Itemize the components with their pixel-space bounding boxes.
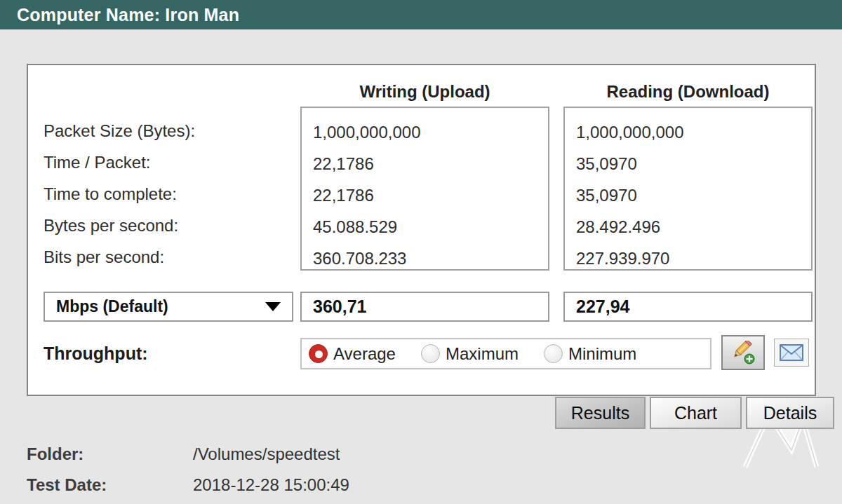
writing-packet-size: 1,000,000,000: [313, 116, 548, 148]
label-time-per-packet: Time / Packet:: [44, 147, 195, 178]
label-packet-size: Packet Size (Bytes):: [44, 115, 195, 147]
radio-average[interactable]: Average: [309, 344, 396, 364]
radio-minimum[interactable]: Minimum: [544, 344, 636, 364]
label-bytes-per-second: Bytes per second:: [44, 210, 195, 241]
folder-row: Folder: /Volumes/speedtest: [27, 444, 340, 465]
test-date-label: Test Date:: [27, 475, 193, 496]
writing-speed-value: 360,71: [300, 292, 549, 322]
reading-packet-size: 1,000,000,000: [576, 116, 811, 148]
folder-label: Folder:: [27, 444, 193, 465]
radio-maximum-label: Maximum: [446, 344, 519, 364]
tab-details[interactable]: Details: [746, 397, 834, 429]
radio-maximum[interactable]: Maximum: [421, 344, 519, 364]
unit-dropdown[interactable]: Mbps (Default): [44, 292, 293, 322]
edit-note-icon: [730, 341, 756, 365]
test-date-value: 2018-12-28 15:00:49: [193, 475, 349, 496]
reading-speed-value: 227,94: [563, 292, 813, 322]
window-titlebar: Computer Name: Iron Man: [0, 0, 842, 29]
radio-minimum-label: Minimum: [568, 344, 636, 364]
label-time-to-complete: Time to complete:: [44, 178, 195, 210]
reading-bits-per-second: 227.939.970: [576, 243, 811, 274]
results-panel: Writing (Upload) Reading (Download) Pack…: [27, 64, 816, 396]
folder-value: /Volumes/speedtest: [193, 444, 340, 465]
writing-time-per-packet: 22,1786: [313, 148, 548, 179]
radio-average-circle[interactable]: [309, 344, 328, 363]
mail-icon: [780, 344, 803, 361]
writing-bits-per-second: 360.708.233: [313, 243, 548, 274]
column-header-writing: Writing (Upload): [300, 82, 549, 102]
radio-maximum-circle[interactable]: [421, 344, 440, 363]
test-date-row: Test Date: 2018-12-28 15:00:49: [27, 475, 349, 496]
writing-bytes-per-second: 45.088.529: [313, 211, 548, 243]
mail-button[interactable]: [774, 339, 809, 367]
column-header-reading: Reading (Download): [563, 82, 813, 102]
writing-time-to-complete: 22,1786: [313, 179, 548, 211]
tab-results[interactable]: Results: [555, 397, 646, 429]
unit-dropdown-value: Mbps (Default): [56, 297, 168, 316]
chevron-down-icon: [265, 302, 281, 311]
view-tabs: Results Chart Details: [555, 397, 834, 429]
computer-name-title: Computer Name: Iron Man: [17, 5, 239, 25]
tab-chart[interactable]: Chart: [650, 397, 742, 429]
throughput-label: Throughput:: [44, 338, 148, 369]
reading-time-per-packet: 35,0970: [576, 148, 811, 179]
writing-values-box: 1,000,000,000 22,1786 22,1786 45.088.529…: [300, 107, 549, 271]
label-bits-per-second: Bits per second:: [44, 241, 195, 273]
throughput-radio-group: Average Maximum Minimum: [300, 338, 711, 369]
reading-values-box: 1,000,000,000 35,0970 35,0970 28.492.496…: [563, 107, 813, 271]
metric-labels-column: Packet Size (Bytes): Time / Packet: Time…: [44, 115, 195, 273]
reading-time-to-complete: 35,0970: [576, 179, 811, 211]
add-note-button[interactable]: [721, 335, 765, 370]
reading-bytes-per-second: 28.492.496: [576, 211, 811, 243]
radio-average-label: Average: [333, 344, 396, 364]
radio-minimum-circle[interactable]: [544, 344, 563, 363]
